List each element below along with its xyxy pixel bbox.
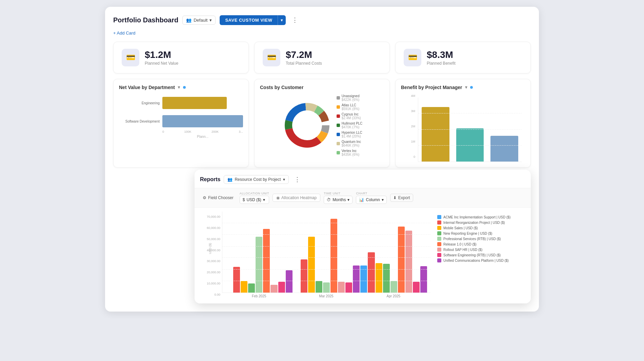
allocation-unit-group: Allocation Unit $ USD ($) ▾ <box>240 192 269 204</box>
benefit-chart-title: Benefit by Project Manager ▼ <box>401 85 525 90</box>
info-dot <box>183 86 186 89</box>
gridline-1 <box>222 281 430 281</box>
legend-color-3 <box>337 124 340 127</box>
export-button[interactable]: ⬇ Export <box>390 194 413 202</box>
download-icon: ⬇ <box>393 195 397 200</box>
page-title: Portfolio Dashboard <box>113 16 178 24</box>
gear-icon: ⚙ <box>203 195 206 200</box>
chart-legend-item-3: New Reporting Engine | USD ($) <box>437 231 525 235</box>
legend-color-6 <box>337 151 340 154</box>
legend-item-4: Hyperion LLC$1.4M (20%) <box>337 131 363 138</box>
big-bar-2-1 <box>368 252 375 293</box>
chevron-down-icon: ▾ <box>209 18 212 23</box>
big-bar-0-1 <box>233 267 240 293</box>
chart-legend-item-0: ACME Inc Implementation Support | USD ($… <box>437 215 525 219</box>
usd-icon: $ <box>243 197 245 202</box>
allocation-unit-selector[interactable]: $ USD ($) ▾ <box>240 196 269 204</box>
gridline-5 <box>222 234 430 235</box>
chart-legend-item-7: Software Engineering (RTB) | USD ($) <box>437 253 525 257</box>
big-chart-container: USD ($) 0.00 <box>200 212 525 298</box>
kpi-icon-1: 💳 <box>263 49 280 66</box>
field-chooser-button[interactable]: ⚙ Field Chooser <box>200 194 236 201</box>
big-bar-1-5 <box>330 219 337 293</box>
big-bar-2-3 <box>383 264 390 293</box>
people-icon: 👥 <box>186 18 192 23</box>
bar-1 <box>162 115 243 127</box>
big-bar-0-8 <box>286 270 293 293</box>
filter-icon: ▼ <box>177 85 181 90</box>
net-value-chart-card: Net Value by Department ▼ Engineering So… <box>113 79 249 168</box>
info-dot-2 <box>470 86 473 89</box>
kpi-label-0: Planned Net Value <box>145 61 178 66</box>
big-bar-2-4 <box>390 281 397 293</box>
reports-toolbar: ⚙ Field Chooser Allocation Unit $ USD ($… <box>195 188 531 208</box>
kpi-card-1: 💳 $7.2M Total Planned Costs <box>254 42 390 73</box>
report-view-selector[interactable]: 👥 Resource Cost by Project ▾ <box>224 175 288 184</box>
chart-legend-color-0 <box>437 215 441 219</box>
kpi-row: 💳 $1.2M Planned Net Value 💳 $7.2M Total … <box>113 42 531 73</box>
bar-label-1: Software Development <box>119 120 160 123</box>
horiz-bar-chart: Engineering Software Development 0 100K … <box>119 94 243 139</box>
filter-icon-2: ▼ <box>464 85 468 90</box>
big-bar-2-5 <box>398 227 405 293</box>
x-label-1: Mar 2025 <box>293 294 360 298</box>
reports-panel: Reports 👥 Resource Cost by Project ▾ ⋮ ⚙… <box>195 170 531 303</box>
costs-by-customer-card: Costs by Customer Unassign <box>254 79 390 168</box>
big-bar-0-6 <box>270 285 277 293</box>
save-custom-view-button[interactable]: SAVE CUSTOM VIEW <box>220 15 278 25</box>
kpi-icon-0: 💳 <box>122 49 139 66</box>
bar-0 <box>162 97 227 109</box>
x-axis-labels: Feb 2025 Mar 2025 Apr 2025 <box>222 293 430 298</box>
reports-header: Reports 👥 Resource Cost by Project ▾ ⋮ <box>195 170 531 188</box>
vert-bar-chart: 0 1M 2M 3M 4M <box>401 94 525 162</box>
kpi-value-1: $7.2M <box>286 49 322 60</box>
chart-legend-color-5 <box>437 242 441 246</box>
more-options-button[interactable]: ⋮ <box>290 15 300 25</box>
chevron-icon: ▾ <box>283 177 285 182</box>
x-axis-label: Plann... <box>162 135 243 139</box>
view-selector[interactable]: 👥 Default ▾ <box>182 16 216 25</box>
big-chart-area: USD ($) 0.00 <box>195 208 531 303</box>
big-bar-2-0 <box>360 266 367 293</box>
big-bar-1-8 <box>353 266 360 293</box>
time-unit-group: Time Unit ⏱ Months ▾ <box>324 192 353 204</box>
kpi-label-2: Planned Benefit <box>427 61 456 66</box>
big-bar-2-8 <box>420 266 427 293</box>
grid-line-1 <box>418 145 522 146</box>
donut-svg <box>282 100 333 151</box>
donut-legend: Unassigned$422K (6%) Atlas LLC$591K (8%)… <box>337 94 363 156</box>
reports-more-button[interactable]: ⋮ <box>292 174 302 185</box>
x-axis-ticks: 0 100K 200K 3... Plann... <box>119 130 243 139</box>
allocation-heatmap-button[interactable]: ◉ Allocation Heatmap <box>273 194 320 202</box>
big-bar-0-4 <box>256 237 262 293</box>
gridline-4 <box>222 246 430 247</box>
legend-color-2 <box>337 114 340 118</box>
kpi-card-0: 💳 $1.2M Planned Net Value <box>113 42 249 73</box>
x-label-0: Feb 2025 <box>225 294 293 298</box>
kpi-info-2: $8.3M Planned Benefit <box>427 49 456 66</box>
chart-type-selector[interactable]: 📊 Column ▾ <box>356 196 386 204</box>
chart-legend-color-1 <box>437 220 441 225</box>
bar-row-1: Software Development <box>119 115 243 127</box>
chart-label: Chart <box>356 192 386 195</box>
big-bar-1-4 <box>323 282 330 293</box>
chevron-down-icon-2: ▾ <box>263 197 265 202</box>
chart-legend-color-3 <box>437 231 441 235</box>
time-unit-selector[interactable]: ⏱ Months ▾ <box>324 196 353 204</box>
kpi-icon-2: 💳 <box>404 49 421 66</box>
legend-item-3: Hullmont PLC$470K (7%) <box>337 122 363 129</box>
bar-row-0: Engineering <box>119 97 243 109</box>
legend-item-0: Unassigned$422K (6%) <box>337 94 363 102</box>
x-label-2: Apr 2025 <box>360 294 427 298</box>
kpi-value-2: $8.3M <box>427 49 456 60</box>
big-bar-0-5 <box>263 229 270 293</box>
chart-legend-color-6 <box>437 248 441 252</box>
grid-line-3 <box>418 113 522 113</box>
big-bar-0-2 <box>241 281 247 293</box>
net-value-chart-title: Net Value by Department ▼ <box>119 85 243 90</box>
save-custom-view-arrow[interactable]: ▾ <box>278 15 286 25</box>
legend-item-5: Quantum Inc$646K (9%) <box>337 140 363 147</box>
chevron-down-icon-4: ▾ <box>382 197 384 202</box>
chart-legend-item-1: Internal Reorganization Project | USD ($… <box>437 220 525 225</box>
add-card-link[interactable]: + Add Card <box>113 30 135 36</box>
